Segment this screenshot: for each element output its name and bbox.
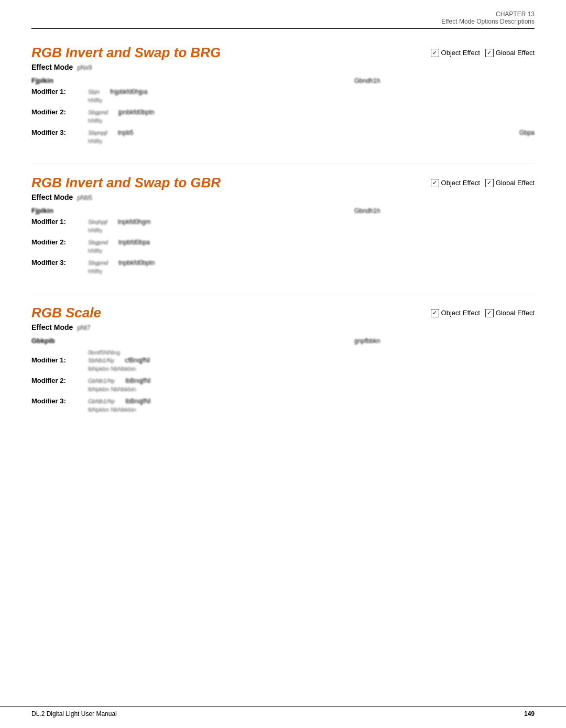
modifier-1-label: Modifier 1: <box>31 356 84 364</box>
modifier-3-subline: lbNpkbn NbNbkbin <box>31 406 136 413</box>
footer-left: DL.2 Digital Light User Manual <box>31 710 117 718</box>
global-effect-flag: Global Effect <box>485 49 535 57</box>
effect-mode-row: Effect Mode pNb5 <box>31 193 535 201</box>
modifier-3-desc: lbBnqjfNl <box>115 398 535 405</box>
param-col2: Gbndh1h <box>354 77 535 84</box>
section-title-row: RGB Scale Object Effect Global Effect <box>31 305 535 321</box>
param-label: Fjplkin <box>31 207 84 215</box>
modifier-1-desc: cfBnqjfNl <box>114 357 535 364</box>
effect-mode-row: Effect Mode pNx9 <box>31 63 535 71</box>
modifier-3-label: Modifier 3: <box>31 397 84 405</box>
effect-mode-label: Effect Mode <box>31 323 73 331</box>
effect-mode-label: Effect Mode <box>31 193 73 201</box>
page-header: CHAPTER 13 Effect Mode Options Descripti… <box>31 10 535 29</box>
object-effect-checkbox[interactable] <box>431 309 439 317</box>
section-title: RGB Scale <box>31 305 101 321</box>
modifier-1-line1: Modifier 1:Sbjnfnjpbkfd0hjpa <box>31 88 535 95</box>
modifier-3-line1: Modifier 3:GbNb1/NylbBnqjfNl <box>31 397 535 405</box>
effect-flags: Object Effect Global Effect <box>431 309 535 317</box>
modifier-3-sub: GbNb1/Ny <box>88 398 115 404</box>
sections-container: RGB Invert and Swap to BRG Object Effect… <box>31 45 535 413</box>
modifier-1-label: Modifier 1: <box>31 218 84 226</box>
effect-mode-value: pNx9 <box>77 64 92 71</box>
modifier-3-line1: Modifier 3:Sbgpndtnpbkfd0bptn <box>31 259 535 266</box>
effect-flags: Object Effect Global Effect <box>431 179 535 187</box>
modifier-1-subline: hNflly <box>31 97 103 103</box>
effect-mode-value: pNb5 <box>77 194 92 201</box>
modifier-1-subline: lbNpkbn NbNbkbin <box>31 366 136 372</box>
modifier-2-subline: hNflly <box>31 117 103 124</box>
modifier-3-sub: Sbgpnd <box>88 260 108 266</box>
modifier-2-row: Modifier 2:GbNb1/NylbBnqjfNllbNpkbn NbNb… <box>31 377 535 393</box>
modifier-2-label: Modifier 2: <box>31 377 84 384</box>
modifier-3-desc: tnpb5 <box>107 129 430 136</box>
modifier-2-subline: lbNpkbn NbNbkbin <box>31 386 136 392</box>
modifier-1-line1: Modifier 1:Sbqhpjltnpkfd0hgm <box>31 218 535 226</box>
section-rgb-scale: RGB Scale Object Effect Global Effect Ef… <box>31 305 535 413</box>
modifier-3-subline: hNflly <box>31 138 103 144</box>
modifier-1-subline: hNflly <box>31 227 103 233</box>
modifier-3-row: Modifier 3:Sbpnpjltnpb5GbpahNflly <box>31 129 535 145</box>
modifier-1-desc: fnjpbkfd0hjpa <box>100 88 535 95</box>
param-sub-line: 0bntf5NNlng <box>31 349 120 356</box>
object-effect-checkbox[interactable] <box>431 49 439 57</box>
page-footer: DL.2 Digital Light User Manual 149 <box>0 706 566 718</box>
section-title: RGB Invert and Swap to BRG <box>31 45 221 61</box>
section-divider <box>31 294 535 294</box>
object-effect-label: Object Effect <box>441 309 480 317</box>
global-effect-checkbox[interactable] <box>485 309 494 317</box>
section-title: RGB Invert and Swap to GBR <box>31 175 221 191</box>
global-effect-checkbox[interactable] <box>485 49 494 57</box>
modifier-2-sub: GbNb1/Ny <box>88 378 115 384</box>
modifier-3-sub: Sbpnpjl <box>88 130 107 136</box>
section-title-row: RGB Invert and Swap to GBR Object Effect… <box>31 175 535 191</box>
modifier-2-label: Modifier 2: <box>31 108 84 116</box>
object-effect-checkbox[interactable] <box>431 179 439 187</box>
object-effect-flag: Object Effect <box>431 179 480 187</box>
modifier-1-label: Modifier 1: <box>31 88 84 95</box>
param-header-row: Fjplkin Gbndh1h <box>31 207 535 215</box>
modifier-1-line1: Modifier 1:SbNb1/NycfBnqjfNl <box>31 356 535 364</box>
modifier-1-desc: tnpkfd0hgm <box>107 218 535 226</box>
param-label: Gbkpib <box>31 337 84 345</box>
global-effect-label: Global Effect <box>496 179 535 187</box>
param-header-row: Gbkpib gnpfbbkn <box>31 337 535 345</box>
modifier-1-sub: Sbjn <box>88 89 100 95</box>
modifier-2-subline: hNflly <box>31 248 103 254</box>
modifier-3-subline: hNflly <box>31 268 103 274</box>
modifier-1-sub: SbNb1/Ny <box>88 357 114 363</box>
page: CHAPTER 13 Effect Mode Options Descripti… <box>0 0 566 464</box>
effect-mode-label: Effect Mode <box>31 63 73 71</box>
chapter-subtitle: Effect Mode Options Descriptions <box>31 18 535 25</box>
modifier-2-desc: tnpbfd0bpa <box>108 239 535 246</box>
param-col2: gnpfbbkn <box>354 337 535 345</box>
global-effect-checkbox[interactable] <box>485 179 494 187</box>
modifier-1-row: Modifier 1:Sbqhpjltnpkfd0hgmhNflly <box>31 218 535 234</box>
section-rgb-invert-swap-brg: RGB Invert and Swap to BRG Object Effect… <box>31 45 535 145</box>
modifier-1-row: Modifier 1:SbNb1/NycfBnqjfNllbNpkbn NbNb… <box>31 356 535 372</box>
modifier-3-label: Modifier 3: <box>31 129 84 136</box>
modifier-2-line1: Modifier 2:GbNb1/NylbBnqjfNl <box>31 377 535 384</box>
modifier-3-extra: Gbpa <box>430 129 535 136</box>
effect-flags: Object Effect Global Effect <box>431 49 535 57</box>
modifier-3-line1: Modifier 3:Sbpnpjltnpb5Gbpa <box>31 129 535 136</box>
modifier-3-row: Modifier 3:GbNb1/NylbBnqjfNllbNpkbn NbNb… <box>31 397 535 413</box>
modifier-2-sub: Sbgpnd <box>88 109 108 115</box>
modifier-2-row: Modifier 2:Sbgpndtnpbfd0bpahNflly <box>31 238 535 254</box>
modifier-2-sub: Sbgpnd <box>88 239 108 245</box>
global-effect-flag: Global Effect <box>485 179 535 187</box>
param-header-row: Fjplkin Gbndh1h <box>31 77 535 84</box>
modifier-2-line1: Modifier 2:Sbgpndjpnbkfd0bptn <box>31 108 535 116</box>
global-effect-flag: Global Effect <box>485 309 535 317</box>
modifier-1-sub: Sbqhpjl <box>88 219 107 225</box>
global-effect-label: Global Effect <box>496 309 535 317</box>
param-col2: Gbndh1h <box>354 207 535 215</box>
section-title-row: RGB Invert and Swap to BRG Object Effect… <box>31 45 535 61</box>
modifier-2-line1: Modifier 2:Sbgpndtnpbfd0bpa <box>31 238 535 246</box>
effect-mode-row: Effect Mode pNt7 <box>31 323 535 331</box>
modifier-2-desc: jpnbkfd0bptn <box>108 109 535 116</box>
modifier-2-desc: lbBnqjfNl <box>115 377 535 384</box>
footer-right: 149 <box>524 710 535 718</box>
param-label: Fjplkin <box>31 77 84 84</box>
modifier-3-label: Modifier 3: <box>31 259 84 266</box>
